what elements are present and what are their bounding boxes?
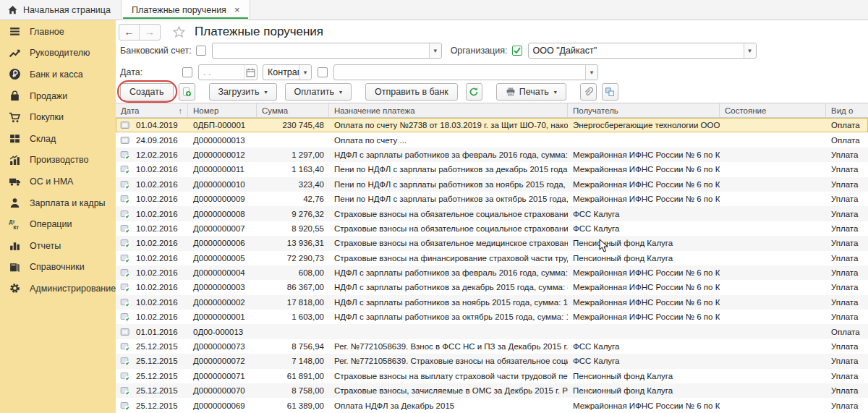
sidebar-item-label: Склад [30,134,56,144]
column-header-kind[interactable]: Вид о [826,103,868,117]
attachments-button[interactable] [580,83,597,101]
table-row[interactable]: 24.09.2016 Д0000000013 Оплата по счету .… [116,132,868,147]
close-icon[interactable]: × [234,4,240,15]
sidebar-item-bag[interactable]: Продажи [0,85,116,107]
table-row[interactable]: 10.02.2016 Д0000000009 42,76 Пени по НДФ… [116,192,868,206]
date-checkbox[interactable] [182,67,192,77]
cell-number: Д0000000072 [188,357,257,365]
column-header-state[interactable]: Состояние [720,103,826,117]
favorite-star-icon[interactable] [172,25,186,39]
cell-amount: 9 276,32 [257,210,329,218]
chevron-down-icon[interactable]: ▾ [744,43,756,58]
copy-document-button[interactable] [179,83,195,101]
tab-home[interactable]: Начальная страница [0,0,121,20]
send-to-bank-button[interactable]: Отправить в банк [365,83,458,101]
cell-payee: Межрайонная ИФНС России № 6 по К... [568,268,720,277]
tab-payment-orders[interactable]: Платежные поручения × [121,0,251,20]
chevron-down-icon[interactable]: ▾ [585,65,597,80]
payment-orders-table: Дата ↑ Номер Сумма Назначение платежа По… [116,103,868,413]
cell-kind: Уплата [826,342,868,351]
refresh-button[interactable] [466,83,482,101]
create-button[interactable]: Создать [120,83,174,101]
counterparty-checkbox[interactable] [318,67,328,77]
organization-checkbox[interactable] [512,46,522,56]
table-row[interactable]: 10.02.2016 Д0000000010 323,40 Пени по НД… [116,177,868,192]
table-row[interactable]: 10.02.2016 Д0000000005 72 290,73 Страхов… [116,251,868,265]
sidebar-item-truck[interactable]: ОС и НМА [0,171,116,192]
table-row[interactable]: 10.02.2016 Д0000000004 608,00 НДФЛ с зар… [116,265,868,280]
column-header-payee[interactable]: Получатель [568,103,720,117]
person-icon [9,197,21,209]
sidebar-item-ruble[interactable]: Банк и касса [0,64,116,85]
sidebar-item-label: Справочники [30,262,85,272]
table-row[interactable]: 12.02.2016 Д0000000012 1 297,00 НДФЛ с з… [116,148,868,162]
load-button[interactable]: Загрузить▾ [209,83,277,101]
production-icon [9,154,21,166]
calendar-icon[interactable] [244,65,257,80]
doc-posted-icon [116,341,133,352]
organization-combobox[interactable]: ООО "Дайкаст" ▾ [528,43,757,59]
date-label: Дата: [120,67,178,77]
chevron-down-icon[interactable]: ▾ [299,65,311,80]
cell-number: Д0000000073 [188,342,257,351]
sidebar-item-label: Зарплата и кадры [30,198,106,208]
gear-icon [9,282,21,294]
sidebar-item-grid[interactable]: Склад [0,128,116,150]
table-row[interactable]: 10.02.2016 Д0000000006 13 936,31 Страхов… [116,236,868,250]
counterparty-combobox[interactable]: ▾ [333,64,598,80]
column-header-amount[interactable]: Сумма [257,103,329,117]
table-row[interactable]: 10.02.2016 Д0000000011 1 163,40 Пени по … [116,162,868,176]
column-header-date[interactable]: Дата ↑ [116,103,188,117]
sidebar-item-label: Производство [30,155,89,165]
table-row[interactable]: 10.02.2016 Д0000000007 8 920,55 Страховы… [116,221,868,236]
table-row[interactable]: 01.01.2016 0Д00-000013 Оплата [116,324,868,339]
date-input[interactable]: . . [198,64,258,80]
counterparty-select[interactable]: Контрагент: ▾ [263,64,312,80]
forward-button[interactable]: → [140,25,160,40]
column-header-number[interactable]: Номер [188,103,257,117]
back-button[interactable]: ← [119,25,140,40]
chevron-down-icon[interactable]: ▾ [429,43,441,58]
svg-text:Дт: Дт [9,219,16,225]
sidebar-item-dtkt[interactable]: ДтКт Операции [0,213,116,235]
sidebar-item-gear[interactable]: Администрирование [0,278,116,299]
cell-kind: Оплата [826,328,868,336]
sidebar-item-hamburger[interactable]: Главное [0,21,116,43]
table-row[interactable]: 01.04.2019 0ДБП-000001 230 745,48 Оплата… [116,118,868,132]
counterparty-select-label: Контрагент: [263,67,299,77]
bank-account-combobox[interactable]: ▾ [212,43,442,59]
table-row[interactable]: 10.02.2016 Д0000000001 1 603,00 НДФЛ с з… [116,310,868,324]
cell-kind: Уплата [826,312,868,321]
sidebar-item-cart[interactable]: Покупки [0,106,116,128]
sidebar-item-production[interactable]: Производство [0,150,116,171]
cell-date: 24.09.2016 [133,136,188,145]
cell-kind: Уплата [826,357,868,365]
list-settings-button[interactable] [602,83,618,101]
table-row[interactable]: 25.12.2015 Д0000000073 8 756,94 Рег. №77… [116,339,868,354]
doc-posted-icon [116,282,133,292]
sidebar-item-label: Руководителю [30,48,90,58]
cell-kind: Уплата [826,239,868,247]
table-row[interactable]: 25.12.2015 Д0000000072 7 148,00 Рег. №77… [116,354,868,368]
table-row[interactable]: 25.12.2015 Д0000000071 61 891,00 Страхов… [116,369,868,383]
table-row[interactable]: 25.12.2015 Д0000000069 61 389,00 Оплата … [116,398,868,412]
sidebar-item-trend[interactable]: Руководителю [0,43,116,64]
overlapping-squares-icon [605,87,615,97]
organization-value: ООО "Дайкаст" [529,46,744,56]
column-header-purpose[interactable]: Назначение платежа [329,103,568,117]
doc-posted-icon [116,150,133,160]
sidebar-item-chart[interactable]: Отчеты [0,235,116,257]
cell-payee: Межрайонная ИФНС России № 6 по К... [568,165,720,174]
table-row[interactable]: 10.02.2016 Д0000000002 17 818,00 НДФЛ с … [116,295,868,310]
table-row[interactable]: 10.02.2016 Д0000000003 86 367,00 НДФЛ с … [116,280,868,294]
sidebar-item-person[interactable]: Зарплата и кадры [0,192,116,214]
sidebar-item-books[interactable]: Справочники [0,257,116,278]
table-row[interactable]: 25.12.2015 Д0000000070 8 758,00 Страховы… [116,383,868,398]
pay-button[interactable]: Оплатить▾ [285,83,352,101]
cell-number: Д0000000003 [188,283,257,291]
table-row[interactable]: 10.02.2016 Д0000000008 9 276,32 Страховы… [116,206,868,221]
cell-kind: Уплата [826,180,868,189]
bank-account-checkbox[interactable] [196,46,206,56]
cell-date: 10.02.2016 [133,298,188,307]
print-button[interactable]: Печать▾ [496,83,566,101]
